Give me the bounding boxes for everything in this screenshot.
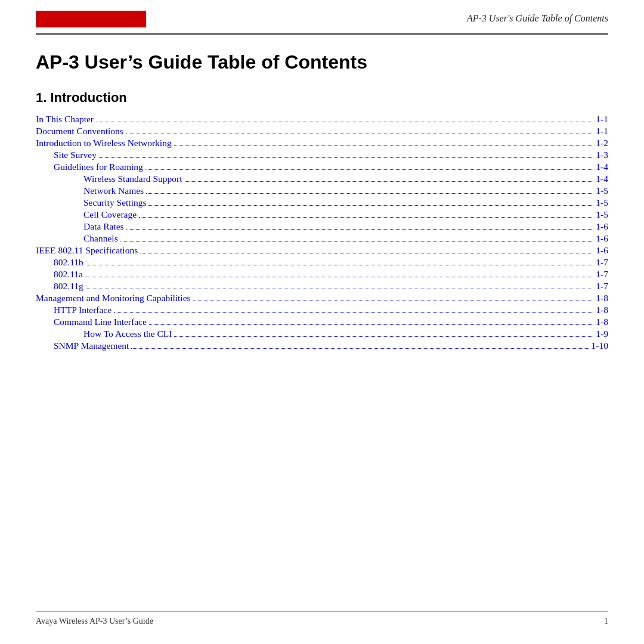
toc-item[interactable]: Document Conventions1-1 [36,126,608,137]
toc-page: 1-7 [596,257,608,268]
header-title: AP-3 User's Guide Table of Contents [146,11,608,24]
toc-page: 1-7 [596,281,608,292]
toc-page: 1-4 [596,174,608,184]
toc-page: 1-6 [596,245,608,256]
toc-link[interactable]: Channels [83,233,118,244]
toc-link[interactable]: How To Access the CLI [83,329,172,339]
toc-item[interactable]: Data Rates1-6 [36,221,608,232]
toc-dots [126,134,594,134]
toc-link[interactable]: HTTP Interface [54,305,112,315]
toc-dots [185,181,594,182]
toc-item[interactable]: Guidelines for Roaming1-4 [36,162,608,172]
toc-dots [145,169,594,170]
toc-dots [131,348,589,349]
toc-link[interactable]: IEEE 802.11 Specifications [36,245,138,256]
toc-item[interactable]: 802.11a1-7 [36,269,608,280]
toc-list: In This Chapter1-1Document Conventions1-… [36,114,608,351]
toc-dots [148,205,593,206]
toc-dots [86,265,594,265]
toc-page: 1-3 [596,150,608,160]
toc-dots [193,301,594,301]
toc-link[interactable]: Wireless Standard Support [83,174,182,184]
toc-item[interactable]: 802.11g1-7 [36,281,608,292]
toc-item[interactable]: How To Access the CLI1-9 [36,329,608,339]
toc-item[interactable]: Command Line Interface1-8 [36,317,608,327]
toc-item[interactable]: SNMP Management1-10 [36,340,608,351]
toc-item[interactable]: Wireless Standard Support1-4 [36,174,608,184]
toc-item[interactable]: Management and Monitoring Capabilities1-… [36,293,608,304]
header-red-bar [36,11,146,27]
toc-page: 1-5 [596,197,608,208]
toc-page: 1-8 [596,317,608,327]
toc-page: 1-8 [596,293,608,304]
toc-link[interactable]: 802.11a [54,269,83,280]
toc-link[interactable]: Document Conventions [36,126,123,137]
section-heading: 1. Introduction [36,90,608,106]
toc-dots [174,145,594,146]
page: AP-3 User's Guide Table of Contents AP-3… [0,0,644,644]
toc-page: 1-6 [596,233,608,244]
footer-right: 1 [604,617,608,626]
toc-page: 1-1 [596,126,608,137]
toc-link[interactable]: 802.11g [54,281,83,292]
toc-page: 1-7 [596,269,608,280]
toc-dots [140,253,593,253]
toc-item[interactable]: Introduction to Wireless Networking1-2 [36,138,608,148]
toc-dots [120,241,594,242]
toc-link[interactable]: SNMP Management [54,340,129,351]
toc-page: 1-8 [596,305,608,315]
toc-item[interactable]: Site Survey1-3 [36,150,608,160]
page-title: AP-3 User’s Guide Table of Contents [36,51,608,73]
footer: Avaya Wireless AP-3 User’s Guide 1 [36,611,608,626]
toc-page: 1-2 [596,138,608,148]
toc-page: 1-10 [592,340,608,351]
toc-dots [126,229,594,230]
toc-item[interactable]: Channels1-6 [36,233,608,244]
toc-link[interactable]: Site Survey [54,150,97,160]
toc-link[interactable]: In This Chapter [36,114,94,125]
toc-item[interactable]: Security Settings1-5 [36,197,608,208]
toc-link[interactable]: Security Settings [83,197,146,208]
toc-dots [86,289,594,289]
toc-link[interactable]: Cell Coverage [83,209,137,220]
toc-link[interactable]: 802.11b [54,257,83,268]
toc-page: 1-5 [596,185,608,196]
toc-page: 1-5 [596,209,608,220]
toc-link[interactable]: Command Line Interface [54,317,147,327]
toc-link[interactable]: Management and Monitoring Capabilities [36,293,191,304]
toc-dots [99,157,593,158]
toc-item[interactable]: 802.11b1-7 [36,257,608,268]
footer-left: Avaya Wireless AP-3 User’s Guide [36,617,153,626]
toc-link[interactable]: Guidelines for Roaming [54,162,143,172]
header: AP-3 User's Guide Table of Contents [0,0,644,27]
toc-item[interactable]: Cell Coverage1-5 [36,209,608,220]
toc-item[interactable]: HTTP Interface1-8 [36,305,608,315]
toc-dots [96,122,593,122]
toc-dots [114,312,593,313]
toc-link[interactable]: Introduction to Wireless Networking [36,138,172,148]
toc-page: 1-9 [596,329,608,339]
content: AP-3 User’s Guide Table of Contents 1. I… [0,35,644,351]
toc-dots [139,217,593,218]
toc-dots [146,193,593,194]
toc-page: 1-6 [596,221,608,232]
toc-link[interactable]: Data Rates [83,221,124,232]
toc-item[interactable]: Network Names1-5 [36,185,608,196]
toc-link[interactable]: Network Names [83,185,144,196]
toc-page: 1-1 [596,114,608,125]
toc-item[interactable]: IEEE 802.11 Specifications1-6 [36,245,608,256]
toc-page: 1-4 [596,162,608,172]
toc-dots [85,277,593,277]
toc-dots [174,336,593,337]
toc-item[interactable]: In This Chapter1-1 [36,114,608,125]
toc-dots [149,324,594,325]
